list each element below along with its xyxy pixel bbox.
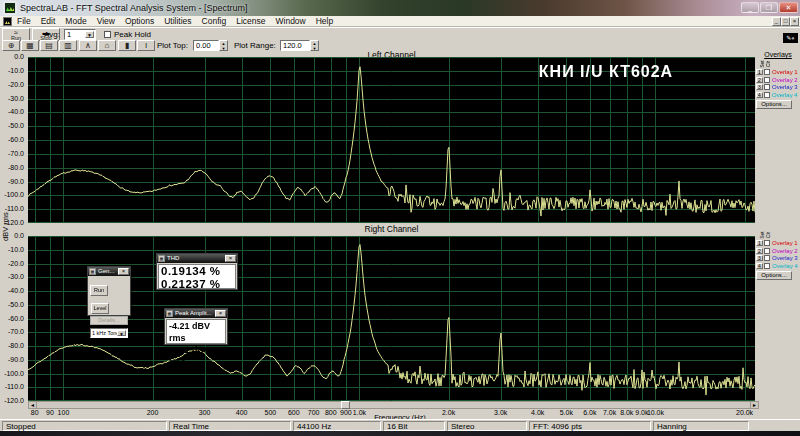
overlay-checkbox-3[interactable]: [764, 255, 770, 261]
overlay-checkbox-1[interactable]: [764, 69, 770, 75]
status-cell-44100-hz: 44100 Hz: [293, 421, 381, 431]
overlay-set-button-4[interactable]: 4: [756, 263, 763, 269]
chevron-down-icon[interactable]: ▼: [117, 330, 126, 336]
overlay-checkbox-1[interactable]: [764, 240, 770, 246]
x-tick-300: 300: [199, 409, 211, 416]
y-tick-right--60.0: -60.0: [0, 315, 26, 322]
menu-config[interactable]: Config: [197, 16, 232, 27]
right-channel-title: Right Channel: [28, 224, 755, 234]
mdi-restore-button[interactable]: □: [781, 17, 790, 26]
generator-dialog-titlebar[interactable]: ▦ Gen... ×: [88, 267, 130, 276]
overlay-set-button-1[interactable]: 1: [756, 69, 763, 75]
overlay-set-column-label: Set: [759, 231, 765, 239]
overlay-set-button-2[interactable]: 2: [756, 248, 763, 254]
menu-edit[interactable]: Edit: [36, 16, 61, 27]
menu-file[interactable]: File: [12, 16, 36, 27]
mdi-close-button[interactable]: ×: [790, 17, 799, 26]
peak-amplitude-close-icon[interactable]: ×: [215, 310, 226, 317]
plot-h-scrollbar[interactable]: [28, 401, 759, 409]
y-tick-right--90.0: -90.0: [0, 356, 26, 363]
y-tick-left--80.0: -80.0: [0, 164, 26, 171]
thd-dialog: ▦ THD × 0.19134 % 0.21237 %: [156, 253, 238, 290]
menu-window[interactable]: Window: [271, 16, 311, 27]
menu-utilities[interactable]: Utilities: [159, 16, 196, 27]
x-tick-700: 700: [308, 409, 320, 416]
title-bar: SpectraLAB - FFT Spectral Analysis Syste…: [0, 0, 800, 16]
status-cell-stopped: Stopped: [2, 421, 167, 431]
left-channel-plot[interactable]: [28, 57, 755, 223]
y-tick-right-0.0: 0.0: [0, 232, 26, 239]
overlay-checkbox-4[interactable]: [764, 92, 770, 98]
chevron-down-icon[interactable]: ▼: [85, 31, 94, 38]
overlay-label-4: Overlay 4: [772, 263, 798, 269]
spectrum-chart-area: Left Channel Right Channel КНИ I/U КТ602…: [0, 51, 800, 419]
y-tick-right--20.0: -20.0: [0, 260, 26, 267]
generator-close-icon[interactable]: ×: [118, 268, 129, 275]
overlays-header: Overlays: [756, 51, 800, 58]
x-tick-90: 90: [46, 409, 54, 416]
overlay-label-3: Overlay 3: [772, 84, 798, 90]
y-tick-right--10.0: -10.0: [0, 246, 26, 253]
overlay-checkbox-2[interactable]: [764, 248, 770, 254]
overlay-set-button-1[interactable]: 1: [756, 240, 763, 246]
window-title: SpectraLAB - FFT Spectral Analysis Syste…: [20, 0, 247, 16]
generator-level-button[interactable]: Level: [91, 303, 109, 314]
overlay-set-button-3[interactable]: 3: [756, 84, 763, 90]
thd-dialog-titlebar[interactable]: ▦ THD ×: [157, 254, 237, 263]
y-tick-left-0.0: 0.0: [0, 53, 26, 60]
x-tick-900: 900: [340, 409, 352, 416]
overlay-checkbox-3[interactable]: [764, 84, 770, 90]
mdi-child-icon: [3, 17, 12, 26]
x-tick-600: 600: [288, 409, 300, 416]
y-tick-left--30.0: -30.0: [0, 95, 26, 102]
peak-hold-checkbox[interactable]: [104, 31, 111, 38]
overlay-options-button[interactable]: Options...: [756, 271, 792, 280]
generator-signal-select[interactable]: 1 kHz Tone ▼: [90, 328, 128, 338]
y-tick-right--40.0: -40.0: [0, 287, 26, 294]
scroll-thumb[interactable]: [341, 401, 350, 409]
peak-amplitude-titlebar[interactable]: ▦ Peak Amplit... ×: [165, 309, 227, 318]
peak-hold-label: Peak Hold: [114, 29, 151, 40]
menu-help[interactable]: Help: [311, 16, 338, 27]
status-bar: StoppedReal Time44100 Hz16 BitStereoFFT:…: [0, 419, 800, 431]
thd-close-icon[interactable]: ×: [225, 255, 236, 262]
status-cell-hanning: Hanning: [653, 421, 749, 431]
y-tick-left--10.0: -10.0: [0, 67, 26, 74]
menu-bar: FileEditModeViewOptionsUtilitiesConfigLi…: [0, 16, 800, 27]
x-tick-1.0k: 1.0k: [353, 409, 366, 416]
menu-license[interactable]: License: [231, 16, 270, 27]
cursor-tools-icon[interactable]: ✎⌖: [783, 33, 798, 43]
generator-run-button[interactable]: Run: [90, 285, 108, 296]
menu-view[interactable]: View: [92, 16, 120, 27]
menu-mode[interactable]: Mode: [60, 16, 91, 27]
overlay-set-button-4[interactable]: 4: [756, 92, 763, 98]
maximize-button[interactable]: ❐: [760, 2, 778, 13]
overlay-label-3: Overlay 3: [772, 255, 798, 261]
x-tick-500: 500: [264, 409, 276, 416]
avg-select[interactable]: 1 ▼: [64, 29, 96, 40]
y-axis-label: dBV rms: [1, 207, 10, 247]
overlay-set-button-2[interactable]: 2: [756, 77, 763, 83]
minimize-button[interactable]: _: [741, 2, 759, 13]
peak-value-left: -4.21 dBV rms: [169, 320, 223, 344]
close-button[interactable]: ✕: [779, 2, 798, 13]
x-tick-800: 800: [325, 409, 337, 416]
generator-details-button[interactable]: Details...: [90, 316, 128, 325]
overlay-set-button-3[interactable]: 3: [756, 255, 763, 261]
overlay-options-button[interactable]: Options...: [756, 100, 792, 109]
menu-options[interactable]: Options: [120, 16, 159, 27]
y-tick-left--120.0: -120.0: [0, 219, 26, 226]
y-tick-right--70.0: -70.0: [0, 328, 26, 335]
overlay-checkbox-4[interactable]: [764, 263, 770, 269]
right-channel-plot[interactable]: [28, 236, 755, 401]
generator-dialog: ▦ Gen... × Run Level Details... 1 kHz To…: [87, 266, 131, 316]
zoom-tool-icon[interactable]: ⊕: [2, 40, 20, 51]
overlay-clr-column-label: Clr: [765, 232, 771, 238]
x-tick-10.0k: 10.0k: [647, 409, 664, 416]
y-tick-right--120.0: -120.0: [0, 397, 26, 404]
overlay-checkbox-2[interactable]: [764, 77, 770, 83]
scroll-left-arrow[interactable]: ◄: [28, 401, 37, 409]
mdi-minimize-button[interactable]: _: [772, 17, 781, 26]
status-cell-fft-4096-pts: FFT: 4096 pts: [529, 421, 651, 431]
scroll-right-arrow[interactable]: ►: [750, 401, 759, 409]
